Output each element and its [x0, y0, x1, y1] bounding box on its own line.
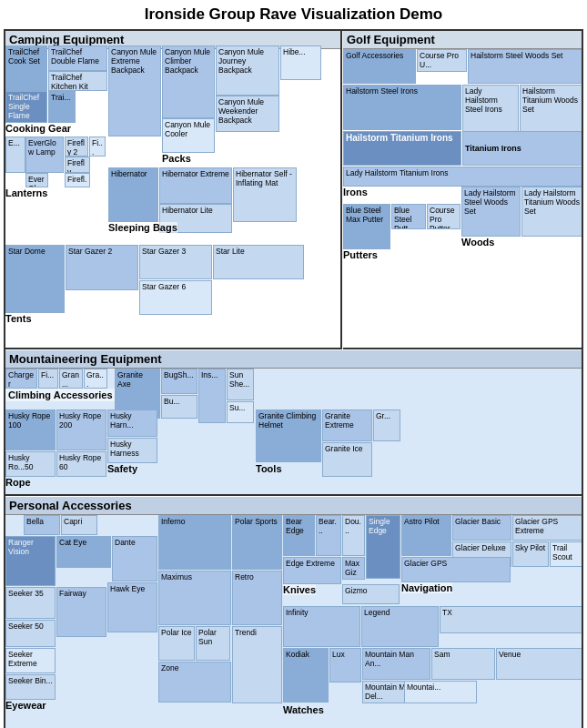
- everglow-lamp-cell[interactable]: EverGlow Lamp: [25, 136, 64, 173]
- hailstorm-titanium-irons-cell[interactable]: Hailstorm Titanium Irons: [343, 131, 461, 166]
- hawk-eye-cell[interactable]: Hawk Eye: [107, 582, 157, 632]
- canyon-mule-journey-cell[interactable]: Canyon Mule Journey Backpack: [216, 46, 279, 96]
- granite-extreme-cell[interactable]: Granite Extreme: [322, 410, 372, 441]
- gizmo-cell[interactable]: Gizmo: [342, 584, 400, 604]
- capri-cell[interactable]: Capri: [61, 515, 97, 535]
- zone-cell[interactable]: Zone: [158, 662, 231, 703]
- everglow-cell[interactable]: EverGlow: [25, 173, 48, 187]
- bella-cell[interactable]: Bella: [24, 515, 60, 535]
- star-gazer3-cell[interactable]: Star Gazer 3: [139, 245, 212, 279]
- husky-harness-cell1[interactable]: Husky Harn...: [107, 410, 157, 437]
- seeker50-cell[interactable]: Seeker 50: [5, 620, 56, 647]
- husky-rope50-cell[interactable]: Husky Ro...50: [5, 451, 56, 477]
- seeker35-cell[interactable]: Seeker 35: [5, 587, 56, 619]
- polar-ice-cell[interactable]: Polar Ice: [158, 626, 195, 661]
- star-lite-cell[interactable]: Star Lite: [213, 245, 304, 279]
- astro-pilot-cell[interactable]: Astro Pilot: [401, 515, 451, 556]
- glacier-basic-cell[interactable]: Glacier Basic: [452, 515, 511, 541]
- hailstorm-steel-irons-cell[interactable]: Hailstorm Steel Irons: [343, 85, 461, 130]
- navigation-label: Navigation: [401, 582, 452, 593]
- mountai-cell[interactable]: Mountai...: [404, 681, 477, 703]
- golf-accessories-cell[interactable]: Golf Accessories: [343, 49, 416, 84]
- fi-cell[interactable]: Fi...: [89, 136, 106, 157]
- sam-cell[interactable]: Sam: [431, 648, 495, 680]
- star-gazer6-cell[interactable]: Star Gazer 6: [139, 280, 212, 315]
- max-gizmo-cell[interactable]: Max Gizmo: [342, 557, 365, 580]
- husky-harness-cell2[interactable]: Husky Harness: [107, 438, 157, 463]
- course-pro-u-cell[interactable]: Course Pro U...: [417, 49, 467, 72]
- bear-edge-cell[interactable]: Bear Edge: [283, 515, 315, 556]
- polar-sports-cell[interactable]: Polar Sports: [232, 515, 282, 570]
- double-edge-cell[interactable]: Dou...: [342, 515, 365, 556]
- trailchef-double-cell[interactable]: TrailChef Double Flame: [48, 46, 107, 71]
- fi-mountain-cell[interactable]: Fi...: [38, 369, 58, 389]
- star-dome-cell[interactable]: Star Dome: [5, 245, 65, 313]
- blue-steel-max-cell[interactable]: Blue Steel Max Putter: [343, 204, 390, 249]
- canyon-mule-weekender-cell[interactable]: Canyon Mule Weekender Backpack: [216, 96, 279, 132]
- lady-hailstorm-titanium-woods-cell[interactable]: Lady Hailstorm Titanium Woods Set: [521, 187, 583, 237]
- hibernator-cell[interactable]: Hibernator: [108, 167, 158, 222]
- venue-cell[interactable]: Venue: [496, 648, 583, 680]
- trailchef-cookset-cell[interactable]: TrailChef Cook Set: [5, 46, 47, 91]
- lady-hailstorm-steel-irons-cell[interactable]: Lady Hailstorm Steel Irons: [462, 85, 519, 135]
- hibernator-self-inflating-cell[interactable]: Hibernator Self - Inflating Mat: [233, 167, 297, 222]
- maximus-cell[interactable]: Maximus: [158, 571, 231, 625]
- glacier-gps-cell[interactable]: Glacier GPS: [401, 557, 511, 582]
- hailstorm-titanium-woods-cell[interactable]: Hailstorm Titanium Woods Set: [520, 85, 583, 135]
- lady-hailstorm-titanium-irons-cell[interactable]: Lady Hailstorm Titanium Irons: [343, 167, 583, 187]
- trendi-cell[interactable]: Trendi: [232, 626, 282, 703]
- trail-scout-cell[interactable]: Trail Scout: [550, 541, 583, 567]
- inferno-cell[interactable]: Inferno: [158, 515, 231, 570]
- legend-cell[interactable]: Legend: [361, 606, 439, 647]
- dante-cell[interactable]: Dante: [112, 536, 157, 581]
- su-she-cell[interactable]: Sun She...: [227, 369, 254, 400]
- glacier-gps-extreme-cell[interactable]: Glacier GPS Extreme: [512, 515, 583, 541]
- sky-pilot-cell[interactable]: Sky Pilot: [512, 541, 549, 567]
- canyon-mule-climber-cell[interactable]: Canyon Mule Climber Backpack: [162, 46, 215, 118]
- gr-cell[interactable]: Gr...: [373, 410, 400, 441]
- hibe-cell[interactable]: Hibe...: [280, 46, 321, 80]
- star-gazer2-cell[interactable]: Star Gazer 2: [66, 245, 138, 290]
- seeker-extreme-cell[interactable]: Seeker Extreme: [5, 648, 56, 673]
- bear-griz-cell[interactable]: Bear...: [316, 515, 341, 556]
- granite-climbing-cell[interactable]: Granite Climbing Helmet: [256, 410, 321, 462]
- firefl-cell[interactable]: Firefl...: [65, 173, 90, 187]
- retro-cell[interactable]: Retro: [232, 571, 282, 625]
- gran-cell1[interactable]: Gran...: [59, 369, 83, 389]
- gra-cell2[interactable]: Gra...: [84, 369, 107, 389]
- lux-cell[interactable]: Lux: [329, 648, 361, 682]
- blue-steel-putter-cell[interactable]: Blue Steel Putt...: [391, 204, 426, 229]
- granite-ice-cell[interactable]: Granite Ice: [322, 442, 372, 477]
- course-pro-putter-cell[interactable]: Course Pro Putter: [427, 204, 460, 229]
- hailstorm-steel-woods-cell[interactable]: Hailstorm Steel Woods Set: [468, 49, 583, 84]
- su-cell[interactable]: Su...: [227, 401, 254, 423]
- bu-cell[interactable]: Bu...: [161, 395, 197, 419]
- husky-rope100-cell[interactable]: Husky Rope 100: [5, 410, 56, 450]
- e-cell1[interactable]: E...: [5, 136, 25, 173]
- fairway-cell[interactable]: Fairway: [56, 587, 106, 637]
- polar-sun-cell[interactable]: Polar Sun: [196, 626, 230, 661]
- husky-rope60-cell[interactable]: Husky Rope 60: [56, 451, 106, 477]
- ranger-vision-cell[interactable]: Ranger Vision: [5, 536, 56, 586]
- husky-rope200-cell[interactable]: Husky Rope 200: [56, 410, 106, 450]
- firefly-mapr-cell[interactable]: Firefly Mapr: [65, 157, 90, 173]
- canyon-mule-extreme-cell[interactable]: Canyon Mule Extreme Backpack: [108, 46, 161, 136]
- bugshield-cell[interactable]: BugSh...: [161, 369, 197, 394]
- firefly2-cell[interactable]: Firefly 2: [65, 136, 88, 157]
- kodiak-cell[interactable]: Kodiak: [283, 648, 329, 703]
- tx-cell[interactable]: TX: [440, 606, 583, 633]
- charger-cell[interactable]: Charger: [5, 369, 37, 389]
- infinity-cell[interactable]: Infinity: [283, 606, 360, 647]
- trailchef-single-cell[interactable]: TrailChef Single Flame: [5, 91, 47, 123]
- edge-extreme-cell[interactable]: Edge Extreme: [283, 557, 341, 584]
- ins-cell[interactable]: Ins...: [198, 369, 226, 423]
- seeker-bin-cell[interactable]: Seeker Bin...: [5, 674, 56, 700]
- hibernator-extreme-cell[interactable]: Hibernator Extreme: [159, 167, 232, 204]
- canyon-mule-cooler-cell[interactable]: Canyon Mule Cooler: [162, 118, 215, 153]
- cat-eye-cell[interactable]: Cat Eye: [56, 536, 111, 568]
- trail-small-cell[interactable]: Trai...: [48, 91, 76, 123]
- mountain-man-an-cell[interactable]: Mountain Man An...: [362, 648, 430, 680]
- lady-hailstorm-steel-woods-cell[interactable]: Lady Hailstorm Steel Woods Set: [461, 187, 521, 237]
- single-edge-cell[interactable]: Single Edge: [366, 515, 400, 579]
- trailchef-kitchen-cell[interactable]: TrailChef Kitchen Kit: [48, 71, 107, 91]
